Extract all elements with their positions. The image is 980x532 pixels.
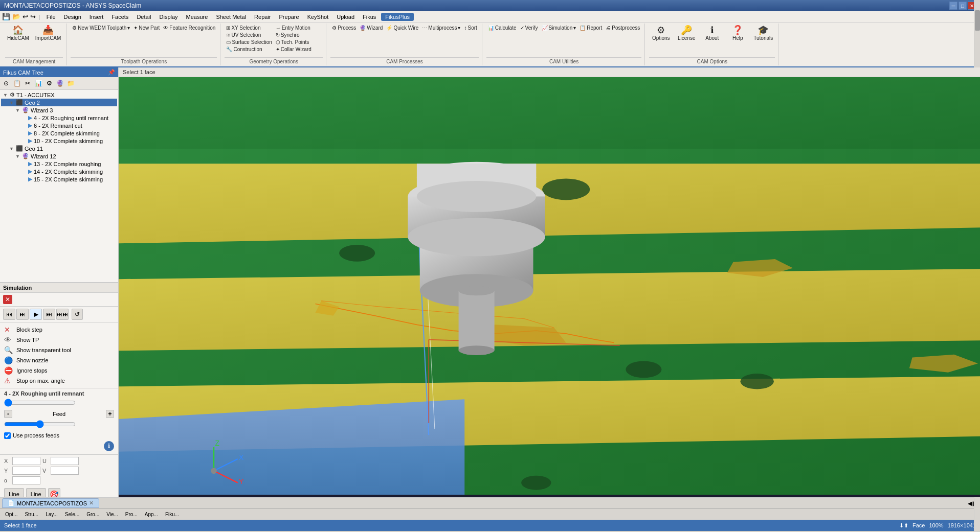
- y-input[interactable]: [12, 467, 40, 475]
- multiprocess-btn[interactable]: ⋯ Multiprocess ▾: [420, 25, 462, 31]
- doc-tab-main[interactable]: 📄 MONTAJETACOPOSTIZOS ✕: [2, 498, 99, 508]
- tree-item-op13[interactable]: ▶ 13 - 2X Complete roughing: [1, 160, 117, 168]
- sort-btn[interactable]: ↕ Sort: [462, 25, 478, 31]
- qa-redo[interactable]: ↪: [30, 13, 36, 20]
- report-btn[interactable]: 📋 Report: [578, 25, 604, 31]
- progress-slider-2[interactable]: [4, 420, 76, 428]
- tree-item-op6[interactable]: ▶ 6 - 2X Remnant cut: [1, 122, 117, 129]
- process-btn[interactable]: ⚙ Process: [330, 25, 358, 31]
- tech-points-btn[interactable]: ⬡ Tech. Points: [274, 39, 323, 45]
- tree-btn-5[interactable]: ⚙: [44, 78, 54, 88]
- tree-item-geo11[interactable]: ▼ ⬛ Geo 11: [1, 145, 117, 152]
- bottom-tab-sele[interactable]: Sele...: [62, 511, 82, 518]
- v-input[interactable]: [51, 467, 79, 475]
- simulation-btn[interactable]: 📈 Simulation ▾: [540, 25, 578, 31]
- show-nozzle-option[interactable]: 🔵 Show nozzle: [4, 355, 114, 365]
- tree-item-wizard12[interactable]: ▼ 🔮 Wizard 12: [1, 152, 117, 160]
- qa-save[interactable]: 💾: [2, 13, 10, 20]
- hide-cam-btn[interactable]: 🏠 HideCAM: [5, 25, 31, 42]
- tree-btn-3[interactable]: ✂: [23, 78, 33, 88]
- feature-recognition-btn[interactable]: 👁 Feature Recognition: [162, 25, 217, 31]
- tree-item-op8[interactable]: ▶ 8 - 2X Complete skimming: [1, 129, 117, 137]
- menu-facets[interactable]: Facets: [108, 13, 131, 21]
- bottom-tab-lay[interactable]: Lay...: [42, 511, 61, 518]
- help-btn[interactable]: ❓ Help: [726, 25, 749, 42]
- sim-next-btn[interactable]: ⏭: [43, 309, 55, 320]
- qa-undo[interactable]: ↩: [23, 13, 28, 20]
- menu-display[interactable]: Display: [157, 13, 181, 21]
- sim-last-btn[interactable]: ⏭⏭: [56, 309, 69, 320]
- bottom-tab-pro[interactable]: Pro...: [122, 511, 141, 518]
- menu-upload[interactable]: Upload: [333, 13, 358, 21]
- menu-design[interactable]: Design: [61, 13, 84, 21]
- tree-btn-1[interactable]: ⊙: [1, 78, 11, 88]
- tree-item-op4[interactable]: ▶ 4 - 2X Roughing until remnant: [1, 114, 117, 122]
- about-btn[interactable]: ℹ About: [700, 25, 724, 42]
- show-transparent-option[interactable]: 🔍 Show transparent tool: [4, 345, 114, 355]
- tree-item-wizard3[interactable]: ▼ 🔮 Wizard 3: [1, 106, 117, 114]
- xy-selection-btn[interactable]: ⊞ XY Selection: [225, 25, 273, 31]
- ignore-stops-option[interactable]: ⛔ Ignore stops: [4, 365, 114, 376]
- bottom-tab-app[interactable]: App...: [142, 511, 161, 518]
- tree-item-op14[interactable]: ▶ 14 - 2X Complete skimming: [1, 168, 117, 175]
- bottom-tab-fiku[interactable]: Fiku...: [162, 511, 182, 518]
- u-input[interactable]: [51, 457, 79, 465]
- bottom-tab-stru[interactable]: Stru...: [21, 511, 41, 518]
- line-btn-1[interactable]: Line: [4, 488, 24, 498]
- tree-item-op10[interactable]: ▶ 10 - 2X Complete skimming: [1, 137, 117, 145]
- viewport-canvas[interactable]: X Y Z: [119, 77, 980, 495]
- construction-btn[interactable]: 🔧 Construction: [225, 46, 273, 53]
- menu-keyshot[interactable]: KeyShot: [304, 13, 332, 21]
- sim-close-btn[interactable]: ✕: [3, 295, 12, 304]
- tree-btn-6[interactable]: 🔮: [55, 78, 65, 88]
- menu-repair[interactable]: Repair: [251, 13, 274, 21]
- show-tp-option[interactable]: 👁 Show TP: [4, 335, 114, 345]
- titlebar-controls[interactable]: ─ □ ✕: [949, 2, 976, 10]
- verify-btn[interactable]: ✓ Verify: [519, 25, 540, 31]
- x-input[interactable]: [12, 457, 40, 465]
- minimize-btn[interactable]: ─: [949, 2, 957, 10]
- use-process-feeds-checkbox[interactable]: [4, 432, 11, 439]
- quick-wire-btn[interactable]: ⚡ Quick Wire: [385, 25, 420, 31]
- menu-measure[interactable]: Measure: [183, 13, 211, 21]
- qa-open[interactable]: 📂: [12, 13, 20, 20]
- menu-fikus[interactable]: Fikus: [360, 13, 379, 21]
- feed-minus-btn[interactable]: -: [4, 410, 12, 418]
- menu-file[interactable]: File: [43, 13, 59, 21]
- menu-prepare[interactable]: Prepare: [276, 13, 302, 21]
- doc-tab-close[interactable]: ✕: [89, 500, 94, 506]
- menu-sheetmetal[interactable]: Sheet Metal: [213, 13, 249, 21]
- menu-insert[interactable]: Insert: [86, 13, 107, 21]
- new-part-btn[interactable]: ✦ New Part: [132, 25, 161, 31]
- feed-plus-btn[interactable]: +: [106, 410, 114, 418]
- import-cam-btn[interactable]: 📥 ImportCAM: [33, 25, 63, 42]
- sim-play-btn[interactable]: ▶: [30, 309, 42, 320]
- synchro-btn[interactable]: ↻ Synchro: [274, 32, 323, 38]
- tree-btn-2[interactable]: 📋: [12, 78, 22, 88]
- bottom-tab-opt[interactable]: Opt...: [2, 511, 20, 518]
- info-icon[interactable]: ℹ: [104, 441, 114, 451]
- tree-btn-7[interactable]: 📁: [65, 78, 76, 88]
- new-wedm-toolpath-btn[interactable]: ⚙ New WEDM Toolpath ▾: [71, 25, 131, 31]
- menu-detail[interactable]: Detail: [133, 13, 154, 21]
- uv-selection-btn[interactable]: ≋ UV Selection: [225, 32, 273, 38]
- collar-wizard-btn[interactable]: ✦ Collar Wizard: [274, 46, 323, 53]
- bottom-tab-gro[interactable]: Gro...: [83, 511, 102, 518]
- sim-refresh-btn[interactable]: ↺: [72, 309, 83, 320]
- line-btn-2[interactable]: Line: [26, 488, 46, 498]
- tree-item-t1[interactable]: ▼ ⚙ T1 - ACCUTEX: [1, 91, 117, 99]
- progress-slider-1[interactable]: [4, 399, 76, 407]
- entry-motion-btn[interactable]: → Entry Motion: [274, 25, 323, 31]
- maximize-btn[interactable]: □: [959, 2, 967, 10]
- bottom-tab-vie[interactable]: Vie...: [103, 511, 121, 518]
- menu-fikusplus[interactable]: FikusPlus: [381, 13, 414, 21]
- tree-btn-4[interactable]: 📊: [33, 78, 43, 88]
- scene-svg[interactable]: X Y Z: [119, 77, 980, 495]
- options-btn[interactable]: ⚙ Options: [649, 25, 673, 42]
- cam-tree-pin[interactable]: 📌: [108, 69, 115, 76]
- tree-item-geo2[interactable]: ▼ ⬛ Geo 2: [1, 99, 117, 106]
- surface-selection-btn[interactable]: ▭ Surface Selection: [225, 39, 273, 45]
- sim-prev-btn[interactable]: ⏭: [16, 309, 29, 320]
- tab-prev-btn[interactable]: ◀: [968, 500, 972, 507]
- coord-tool-icon[interactable]: 🎯: [48, 488, 60, 498]
